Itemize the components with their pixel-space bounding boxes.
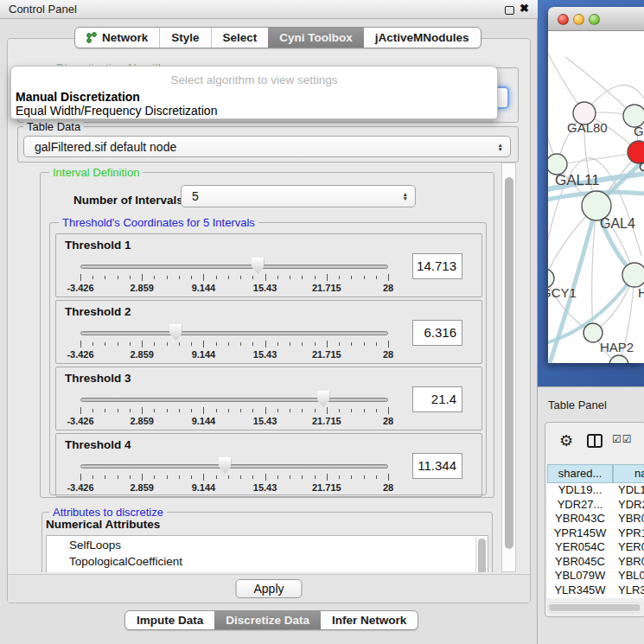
apply-button[interactable]: Apply [235, 579, 302, 598]
slider-tick [154, 409, 155, 412]
bottom-tab-impute-data[interactable]: Impute Data [125, 611, 214, 629]
table-row[interactable]: YBR045CYBR0 [547, 555, 644, 570]
table-cell: YBL0 [613, 569, 644, 583]
slider-tick-label: 28 [383, 482, 393, 493]
threshold-value-field[interactable]: 6.316 [412, 320, 462, 346]
table-column-header[interactable]: na [613, 464, 644, 483]
algorithm-option[interactable]: Equal Width/Frequency Discretization [14, 104, 494, 118]
network-node[interactable] [609, 355, 628, 363]
numerical-attributes-list[interactable]: SelfLoopsTopologicalCoefficientBetweenne… [46, 535, 488, 572]
slider-handle[interactable] [219, 457, 232, 474]
slider-tick [315, 475, 316, 479]
minimize-traffic-light-icon[interactable] [573, 14, 584, 25]
table-cell: YER054C [547, 540, 613, 555]
network-node-label: GCY1 [548, 285, 577, 300]
slider-tick [228, 409, 229, 412]
table-cell: YIL0 [613, 597, 644, 598]
select-columns-icon[interactable]: ☑☑ [612, 433, 633, 445]
threshold-value-field[interactable]: 14.713 [412, 253, 462, 279]
slider-tick [252, 475, 253, 479]
algorithm-placeholder-option[interactable]: Select algorithm to view settings [11, 73, 497, 86]
threshold-slider[interactable]: -3.4262.8599.14415.4321.71528 [80, 456, 388, 496]
slider-tick-label: 28 [383, 283, 393, 293]
slider-tick [203, 407, 204, 414]
panel-scrollbar-thumb[interactable] [505, 177, 513, 549]
slider-handle[interactable] [169, 324, 182, 341]
tab-select[interactable]: Select [212, 28, 269, 48]
slider-tick [118, 342, 118, 346]
threshold-value-field[interactable]: 11.344 [412, 453, 462, 479]
table-cell: YDR27... [547, 498, 613, 513]
threshold-slider[interactable]: -3.4262.8599.14415.4321.71528 [80, 390, 388, 430]
table-row[interactable]: YLR345WYLR3 [547, 583, 644, 598]
slider-tick [315, 409, 316, 412]
slider-tick-label: 2.859 [130, 283, 154, 293]
tab-label: Select [223, 31, 258, 44]
tab-label: Cyni Toolbox [279, 31, 353, 44]
slider-tick [277, 475, 278, 479]
table-row[interactable]: YER054CYER0 [547, 540, 644, 555]
slider-tick [216, 342, 217, 346]
slider-tick [154, 276, 155, 279]
table-cell: YDL19... [547, 483, 613, 498]
attribute-list-item[interactable]: BetweennessCentrality [47, 570, 488, 572]
network-canvas[interactable]: GAL80GCGAL11GAL4GCY1HHAP2 [548, 31, 644, 363]
attribute-list-item[interactable]: SelfLoops [47, 536, 488, 554]
slider-handle[interactable] [317, 391, 330, 407]
list-scrollbar[interactable] [475, 537, 487, 572]
slider-tick [203, 274, 204, 281]
slider-tick [142, 407, 143, 414]
slider-tick [154, 475, 155, 479]
slider-tick [191, 409, 192, 412]
table-row[interactable]: YBL079WYBL0 [547, 569, 644, 583]
table-cell: YDR2 [613, 498, 644, 513]
table-horizontal-scrollbar[interactable] [547, 603, 643, 613]
table-row[interactable]: YDR27...YDR2 [547, 498, 644, 513]
slider-tick [265, 474, 266, 481]
slider-tick-label: 2.859 [130, 482, 154, 493]
threshold-block: Threshold 2-3.4262.8599.14415.4321.71528… [55, 300, 482, 364]
tab-cyni-toolbox[interactable]: Cyni Toolbox [268, 28, 364, 48]
network-node[interactable] [622, 263, 644, 287]
slider-tick [277, 342, 278, 346]
table-column-header[interactable]: shared... [547, 464, 613, 483]
tab-jactivemnodules[interactable]: jActiveMNodules [364, 28, 481, 48]
network-node-label: G [634, 124, 644, 138]
threshold-slider[interactable]: -3.4262.8599.14415.4321.71528 [80, 257, 388, 296]
slider-handle[interactable] [252, 258, 265, 274]
bottom-tab-infer-network[interactable]: Infer Network [321, 611, 418, 629]
slider-tick [142, 274, 143, 281]
table-hscrollbar-thumb[interactable] [549, 604, 641, 611]
table-panel-body: ⚙ ☑☑ shared...na YDL19...YDL1YDR27...YDR… [545, 422, 644, 617]
algorithm-option[interactable]: Manual Discretization [14, 90, 494, 104]
float-window-icon[interactable] [505, 6, 514, 15]
bottom-tab-discretize-data[interactable]: Discretize Data [214, 611, 321, 629]
slider-tick [216, 475, 217, 479]
slider-tick-label: 21.715 [312, 349, 341, 360]
slider-tick [327, 474, 328, 481]
table-cell: YDL1 [613, 483, 644, 498]
split-view-icon[interactable] [587, 434, 603, 448]
table-row[interactable]: YPR145WYPR1 [547, 526, 644, 541]
table-row[interactable]: YDL19...YDL1 [547, 483, 644, 498]
close-traffic-light-icon[interactable] [558, 14, 569, 25]
tab-network[interactable]: Network [75, 28, 160, 48]
table-row[interactable]: YIL052CYIL0 [547, 597, 644, 598]
panel-scrollbar[interactable] [501, 163, 516, 572]
list-scrollbar-thumb[interactable] [478, 539, 486, 572]
zoom-traffic-light-icon[interactable] [589, 14, 600, 25]
close-icon[interactable]: ✖ [520, 2, 529, 15]
attribute-list-item[interactable]: TopologicalCoefficient [47, 554, 488, 571]
number-of-intervals-select[interactable]: 5 ▲▼ [181, 185, 416, 207]
table-row[interactable]: YBR043CYBR0 [547, 512, 644, 526]
slider-tick [228, 276, 229, 279]
number-of-intervals-label: Number of Intervals [73, 194, 183, 207]
network-graph[interactable]: GAL80GCGAL11GAL4GCY1HHAP2 [548, 31, 644, 363]
tab-style[interactable]: Style [160, 28, 211, 48]
threshold-slider[interactable]: -3.4262.8599.14415.4321.71528 [80, 323, 388, 363]
table-data-select[interactable]: galFiltered.sif default node ▲▼ [23, 136, 511, 157]
settings-gear-icon[interactable]: ⚙ [559, 431, 573, 450]
threshold-value-field[interactable]: 21.4 [412, 386, 462, 412]
slider-tick [179, 475, 180, 479]
table-rows: YDL19...YDL1YDR27...YDR2YBR043CYBR0YPR14… [547, 483, 644, 598]
